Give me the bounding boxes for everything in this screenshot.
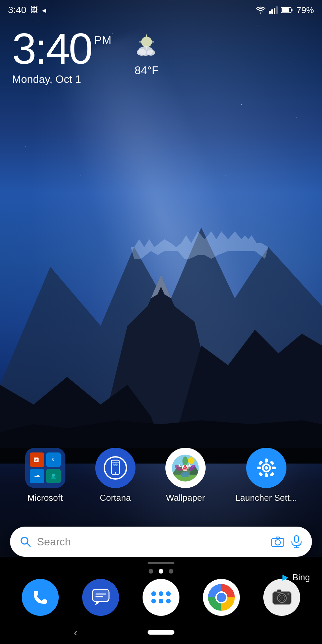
camera-app-icon[interactable] — [263, 579, 300, 616]
wallpaper-item[interactable]: Wallpaper — [165, 448, 206, 503]
cortana-ring — [104, 456, 127, 480]
page-dot-2 — [159, 569, 163, 574]
dock-apps-row — [0, 579, 322, 616]
svg-point-48 — [182, 457, 188, 466]
wallpaper-icon — [165, 448, 206, 488]
msteams-mini-icon — [46, 469, 61, 483]
microsoft-folder-item[interactable]: O S Microsoft — [25, 448, 65, 503]
svg-text:S: S — [52, 458, 54, 462]
svg-rect-78 — [93, 589, 109, 601]
launcher-settings-label: Launcher Sett... — [235, 493, 297, 503]
grid-dot-1 — [151, 591, 156, 596]
svg-point-86 — [281, 597, 283, 599]
svg-point-39 — [188, 457, 195, 464]
svg-line-69 — [27, 543, 30, 546]
svg-point-34 — [115, 464, 116, 465]
onedrive-mini-icon — [30, 469, 44, 483]
weather-icon — [131, 34, 162, 62]
svg-point-21 — [137, 49, 146, 56]
launcher-settings-icon — [246, 448, 286, 488]
mic-search-icon[interactable]: ○ — [290, 535, 303, 548]
cortana-label: Cortana — [100, 493, 131, 503]
outlook-mini-icon: O — [30, 452, 44, 467]
dock-handle — [148, 562, 174, 564]
phone-svg — [30, 587, 50, 607]
chrome-inner-circle — [215, 591, 227, 603]
svg-text:○: ○ — [298, 543, 299, 546]
app-drawer-icon[interactable] — [143, 579, 179, 616]
grid-dot-6 — [166, 599, 171, 603]
grid-dot-4 — [151, 599, 156, 603]
svg-rect-14 — [282, 8, 289, 12]
svg-point-71 — [275, 540, 280, 545]
status-time: 3:40 — [8, 5, 26, 15]
signal-icon — [269, 6, 278, 14]
svg-rect-63 — [258, 461, 263, 465]
wallpaper-label: Wallpaper — [166, 493, 205, 503]
camera-svg — [271, 587, 293, 608]
home-pill[interactable] — [148, 630, 174, 635]
microsoft-folder-icon: O S — [25, 448, 65, 488]
svg-point-22 — [147, 50, 155, 56]
grid-dot-5 — [159, 599, 163, 603]
svg-rect-13 — [291, 9, 292, 11]
svg-rect-60 — [265, 473, 268, 477]
wifi-icon — [256, 6, 266, 14]
cortana-icon — [95, 448, 136, 488]
microsoft-label: Microsoft — [28, 493, 63, 503]
svg-rect-10 — [274, 8, 275, 14]
bing-branding: ► Bing — [280, 572, 310, 583]
svg-point-15 — [141, 37, 152, 47]
svg-rect-87 — [277, 590, 281, 592]
chrome-app-icon[interactable] — [203, 579, 240, 616]
svg-rect-59 — [265, 459, 268, 463]
skype-mini-icon: S — [46, 452, 61, 467]
status-left: 3:40 🖼 ◂ — [8, 5, 46, 15]
clock-ampm: PM — [94, 34, 111, 47]
svg-point-67 — [265, 466, 268, 470]
page-dot-3 — [169, 569, 173, 574]
dock-page-indicators — [149, 569, 173, 574]
bing-b-icon: ► — [280, 572, 290, 583]
status-bar: 3:40 🖼 ◂ 79% — [0, 0, 322, 20]
svg-point-88 — [287, 593, 289, 595]
clock-widget: 3:40 PM Monday, Oct 1 84°F — [12, 27, 162, 86]
page-dot-1 — [149, 569, 153, 574]
weather-widget: 84°F — [131, 27, 162, 77]
clock-date: Monday, Oct 1 — [12, 73, 111, 86]
search-icon — [19, 536, 32, 548]
svg-marker-1 — [131, 231, 268, 259]
svg-point-29 — [115, 472, 116, 474]
back-arrow-icon: ◂ — [42, 5, 46, 15]
clock-display: 3:40 PM — [12, 27, 111, 70]
svg-rect-72 — [294, 536, 299, 542]
app-row: O S Microsoft — [0, 448, 322, 503]
camera-search-icon[interactable] — [271, 536, 284, 548]
chrome-ring — [208, 584, 235, 611]
grid-dot-3 — [166, 591, 171, 596]
svg-rect-65 — [258, 472, 263, 477]
cortana-item[interactable]: Cortana — [95, 448, 136, 503]
dot-grid — [151, 591, 171, 603]
search-placeholder: Search — [37, 536, 271, 548]
svg-rect-64 — [270, 461, 274, 465]
svg-text:O: O — [35, 458, 37, 462]
svg-rect-9 — [271, 9, 273, 14]
status-right: 79% — [256, 5, 314, 15]
svg-rect-8 — [269, 11, 271, 14]
svg-rect-61 — [257, 467, 261, 469]
back-button[interactable]: ‹ — [74, 626, 77, 639]
messages-svg — [90, 587, 112, 608]
battery-percentage: 79% — [297, 5, 314, 15]
launcher-settings-item[interactable]: Launcher Sett... — [235, 448, 297, 503]
svg-rect-62 — [272, 467, 276, 469]
navigation-bar: ‹ — [0, 621, 322, 644]
battery-icon — [281, 7, 293, 13]
svg-rect-11 — [276, 6, 278, 14]
phone-app-icon[interactable] — [22, 579, 59, 616]
svg-rect-66 — [270, 472, 274, 477]
search-bar[interactable]: Search ○ — [10, 527, 312, 557]
grid-dot-2 — [159, 591, 163, 596]
messages-app-icon[interactable] — [82, 579, 119, 616]
svg-point-57 — [184, 465, 186, 467]
